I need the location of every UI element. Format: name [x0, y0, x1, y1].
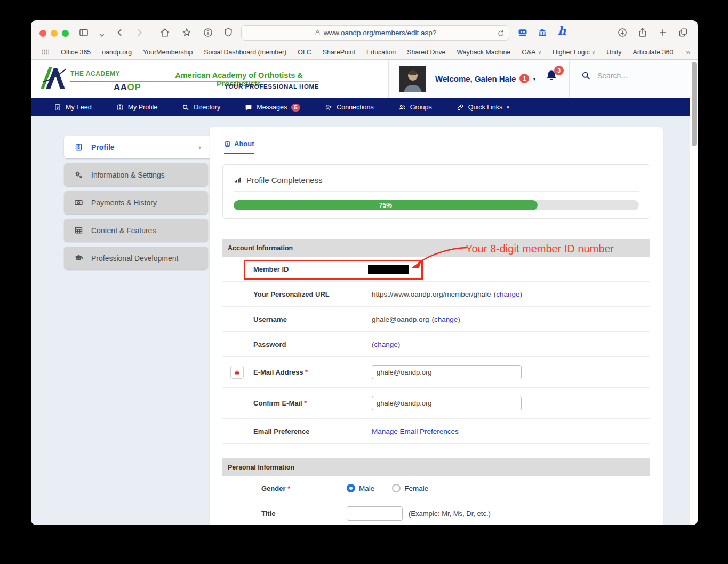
chevron-down-icon: ▾ — [507, 105, 509, 110]
bookmark-yourmembership[interactable]: YourMembership — [143, 49, 193, 56]
bookmark-label: Articulate 360 — [633, 49, 673, 56]
nav-item-my-profile[interactable]: My Profile — [104, 98, 170, 116]
downloads-icon[interactable] — [617, 27, 628, 38]
email-input[interactable] — [372, 365, 522, 379]
title-example-note: (Example: Mr, Ms, Dr, etc.) — [409, 510, 491, 518]
site-header: THE ACADEMY AAOP American Academy of Ort… — [31, 60, 698, 98]
sidebar-chevron-down-icon[interactable] — [96, 29, 108, 41]
minimize-window-button[interactable] — [51, 30, 58, 37]
sidebar-item-professional-development[interactable]: Professional Development — [64, 247, 208, 269]
home-button[interactable] — [159, 27, 171, 38]
username-value: ghale@oandp.org(change) — [372, 315, 460, 323]
chevron-right-icon: › — [198, 142, 201, 152]
bookmark-higher-logic[interactable]: Higher Logic∨ — [553, 49, 595, 56]
welcome-menu[interactable]: Welcome, Galen Hale 1 ▾ — [435, 74, 535, 83]
confirm-email-value — [372, 396, 522, 410]
tab-about[interactable]: About — [224, 140, 254, 154]
tab-overview-icon[interactable] — [677, 27, 689, 38]
locked-field-lock-icon[interactable] — [230, 366, 244, 379]
bookmarks-grid-icon[interactable] — [42, 49, 50, 55]
share-icon[interactable] — [637, 27, 649, 38]
aaop-logo-icon — [37, 63, 70, 91]
username-text: ghale@oandp.org — [372, 315, 429, 323]
url-text: www.oandp.org/members/edit.asp? — [324, 29, 437, 37]
title-input[interactable] — [347, 506, 403, 521]
notifications-bell-icon[interactable]: 3 — [545, 69, 561, 85]
gender-radio-male[interactable]: Male — [347, 484, 374, 492]
form-row-personalized-url: Your Personalized URLhttps://www.oandp.o… — [222, 282, 650, 307]
username-change-link[interactable]: (change) — [432, 315, 460, 323]
logo-the-academy-text: THE ACADEMY — [70, 70, 120, 77]
password-change-link[interactable]: (change) — [372, 340, 400, 348]
radio-button[interactable] — [347, 484, 355, 492]
about-badge-icon — [224, 140, 231, 147]
people-icon — [398, 104, 406, 111]
bookmark-office-365[interactable]: Office 365 — [61, 49, 91, 56]
bookmark-education[interactable]: Education — [366, 49, 396, 56]
tls-lock-icon — [314, 29, 321, 36]
search-icon — [182, 104, 189, 111]
nav-item-connections[interactable]: Connections — [313, 98, 386, 116]
extension-honey-icon[interactable]: h — [558, 26, 570, 36]
sidebar-toggle-icon[interactable] — [78, 27, 90, 38]
gender-radio-female[interactable]: Female — [392, 484, 428, 492]
nav-item-quick-links[interactable]: Quick Links▾ — [444, 98, 522, 116]
bookmark-articulate-360[interactable]: Articulate 360 — [633, 49, 673, 56]
confirm-email-input[interactable] — [372, 396, 522, 410]
nav-item-directory[interactable]: Directory — [170, 98, 233, 116]
search-input[interactable] — [597, 72, 672, 80]
close-window-button[interactable] — [39, 30, 46, 37]
nav-item-my-feed[interactable]: My Feed — [42, 98, 104, 116]
bookmark-shared-drive[interactable]: Shared Drive — [407, 49, 445, 56]
user-avatar[interactable] — [399, 66, 426, 92]
sidebar-item-content-features[interactable]: Content & Features — [64, 219, 208, 242]
bookmarks-star-icon[interactable] — [181, 27, 193, 38]
bookmark-label: OLC — [298, 49, 311, 56]
password-label: Password — [253, 340, 286, 348]
sidebar-item-profile[interactable]: Profile› — [64, 136, 210, 158]
bookmark-unity[interactable]: Unity — [606, 49, 621, 56]
bookmarks-overflow-chevron[interactable]: » — [686, 48, 690, 57]
personalized-url-change-link[interactable]: (change) — [494, 290, 522, 298]
info-icon[interactable] — [202, 27, 214, 38]
bookmark-label: Higher Logic — [553, 49, 590, 56]
back-button[interactable] — [114, 27, 126, 38]
personalized-url-text: https://www.oandp.org/member/ghale — [372, 290, 491, 298]
manage-email-preferences-link[interactable]: Manage Email Preferences — [372, 427, 459, 435]
zoom-window-button[interactable] — [62, 30, 69, 37]
required-asterisk: * — [286, 484, 291, 492]
forward-button[interactable] — [133, 27, 145, 38]
nav-item-groups[interactable]: Groups — [386, 98, 444, 116]
messages-count-badge: 5 — [291, 104, 300, 112]
chevron-down-icon: ∨ — [592, 50, 596, 55]
bookmark-olc[interactable]: OLC — [298, 49, 311, 56]
bookmark-social-dashboard-member-[interactable]: Social Dashboard (member) — [204, 49, 286, 56]
sidebar-item-payments-history[interactable]: Payments & History — [64, 191, 208, 214]
new-tab-plus-icon[interactable] — [657, 27, 669, 38]
bookmark-sharepoint[interactable]: SharePoint — [323, 49, 355, 56]
header-user-area: Welcome, Galen Hale 1 ▾ 3 — [388, 60, 698, 98]
email-value — [372, 365, 522, 379]
email-preference-value: Manage Email Preferences — [372, 427, 459, 435]
required-asterisk: * — [303, 368, 308, 376]
site-logo-area[interactable]: THE ACADEMY AAOP American Academy of Ort… — [31, 60, 388, 98]
bookmark-g-a[interactable]: G&A∨ — [522, 49, 541, 56]
bookmark-label: oandp.org — [102, 49, 132, 56]
personal-information-section: Personal Information Gender *MaleFemaleT… — [222, 458, 650, 525]
chat-icon — [245, 104, 252, 111]
nav-item-messages[interactable]: Messages5 — [233, 98, 313, 116]
bookmark-wayback-machine[interactable]: Wayback Machine — [457, 49, 510, 56]
extension-bank-icon[interactable] — [537, 27, 549, 38]
address-bar[interactable]: www.oandp.org/members/edit.asp? — [241, 25, 509, 41]
scrollbar-thumb[interactable] — [692, 62, 697, 146]
reload-icon[interactable] — [497, 29, 505, 37]
privacy-shield-icon[interactable] — [222, 27, 234, 38]
extension-robot-icon[interactable] — [517, 27, 529, 38]
radio-button[interactable] — [392, 484, 401, 492]
sidebar-item-information-settings[interactable]: Information & Settings — [64, 163, 208, 186]
bookmark-label: Shared Drive — [407, 49, 445, 56]
search-icon[interactable] — [581, 70, 591, 81]
bookmark-oandp-org[interactable]: oandp.org — [102, 49, 132, 56]
tab-bar: About — [222, 127, 650, 156]
form-row-title: Title(Example: Mr, Ms, Dr, etc.) — [222, 501, 650, 525]
